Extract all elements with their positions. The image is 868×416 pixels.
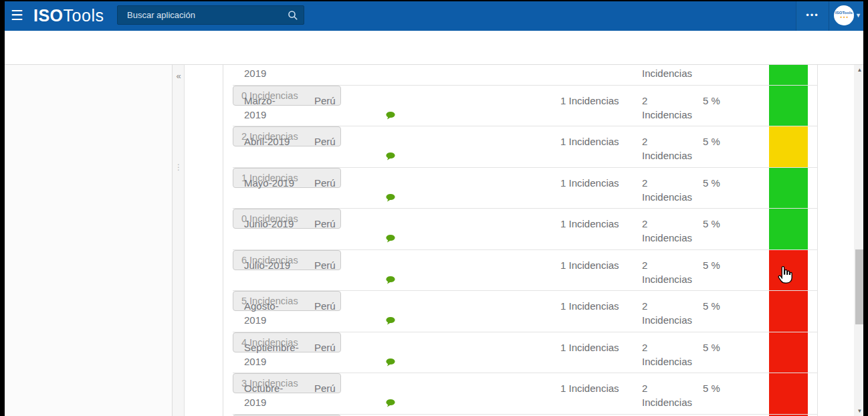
month-cell: Marzo- 2019 [244,94,306,122]
percent-cell: 5 % [703,176,720,190]
app-search-input[interactable] [118,6,304,24]
country-cell: Perú [314,258,336,272]
country-cell: Perú [314,176,336,190]
overflow-menu-icon[interactable]: ••• [796,0,829,31]
target-cell: 2 Incidencias [642,217,699,245]
registered-cell: 1 Incidencias [560,134,619,148]
content-left-border [223,65,223,416]
user-menu-caret-icon[interactable]: ▼ [855,0,861,31]
month-cell: Junio-2019 [244,217,306,231]
target-cell: 2 Incidencias [642,299,699,327]
country-cell: Perú [314,134,336,148]
status-cell[interactable] [769,168,808,209]
country-cell: Perú [314,299,336,313]
comment-icon[interactable] [385,260,396,288]
registered-cell: 1 Incidencias [560,258,619,272]
table-row: Abril-2019 Perú 1 Incidencias 2 Incidenc… [233,126,817,168]
status-cell[interactable] [769,291,808,332]
registered-cell: 1 Incidencias [560,176,619,190]
country-cell: Perú [314,217,336,231]
table-row: Mayo-2019 Perú 1 Incidencias 2 Incidenci… [233,168,817,209]
month-cell: Agosto- 2019 [244,299,306,327]
logo-bold-part: ISO [33,6,64,25]
percent-cell: 5 % [703,299,720,313]
table-row: Septiembre- 2019 Perú 1 Incidencias 2 In… [233,332,817,374]
table-row: Agosto- 2019 Perú 1 Incidencias 2 Incide… [233,291,817,332]
logo-light-part: Tools [64,6,104,25]
user-avatar[interactable]: ISOTools ● ● ● [834,5,854,25]
percent-cell: 5 % [703,381,720,395]
registered-cell: 1 Incidencias [560,94,619,108]
status-cell[interactable] [769,209,808,249]
comment-icon[interactable] [385,178,396,206]
app-window: ☰ ISOTools ••• ISOTools ● ● ● ▼ Gestión … [0,0,868,416]
status-cell[interactable] [769,332,808,373]
percent-cell: 5 % [703,258,720,272]
country-cell: Perú [314,340,336,354]
status-cell[interactable] [769,86,808,126]
screen-edge [0,0,5,416]
target-cell: 2 Incidencias [642,340,699,369]
month-cell: Octubre- 2019 [244,381,306,409]
comment-icon[interactable] [385,96,396,124]
percent-cell: 5 % [703,94,720,108]
screen-edge [863,0,868,416]
status-cell[interactable] [769,373,808,414]
table-row: Octubre- 2019 Perú 1 Incidencias 2 Incid… [233,373,817,415]
comment-icon[interactable] [385,383,396,411]
table-row: 2019 Incidencias [233,65,817,86]
month-cell: 2019 [244,65,306,80]
top-navigation-bar: ☰ ISOTools ••• ISOTools ● ● ● ▼ [0,0,868,31]
table-row: Julio-2019 Perú 1 Incidencias 2 Incidenc… [233,250,817,292]
search-icon[interactable] [288,10,298,23]
month-cell: Abril-2019 [244,134,306,148]
target-cell: 2 Incidencias [642,381,699,409]
registered-cell: 1 Incidencias [560,299,619,313]
table-row: Junio-2019 Perú 1 Incidencias 2 Incidenc… [233,209,817,250]
breadcrumb-bar [0,31,868,65]
country-cell: Perú [314,94,336,108]
status-cell[interactable] [769,126,808,167]
percent-cell: 5 % [703,217,720,231]
target-cell: 2 Incidencias [642,94,699,122]
avatar-dots: ● ● ● [834,15,854,19]
indicator-rows: 2019 Incidencias Marzo- 2019 Perú 1 Inci… [233,65,817,416]
month-cell: Mayo-2019 [244,176,306,190]
country-cell: Perú [314,381,336,395]
comment-icon[interactable] [385,301,396,329]
target-cell: Incidencias [642,65,699,80]
app-search-box [117,5,304,25]
splitter-drag-handle-icon[interactable]: ⋮ [173,163,185,172]
screen-edge [0,0,868,1]
target-cell: 2 Incidencias [642,258,699,286]
status-cell[interactable] [769,65,808,85]
table-right-border [817,65,818,416]
status-cell[interactable] [769,250,808,291]
percent-cell: 5 % [703,340,720,354]
panel-splitter[interactable] [173,65,185,416]
target-cell: 2 Incidencias [642,176,699,204]
comment-icon[interactable] [385,342,396,371]
comment-icon[interactable] [385,136,396,165]
isotools-logo: ISOTools [33,0,104,31]
comment-icon[interactable] [385,219,396,247]
month-cell: Julio-2019 [244,258,306,272]
hamburger-menu-icon[interactable]: ☰ [11,0,23,31]
sidebar [5,65,173,416]
registered-cell: 1 Incidencias [560,217,619,231]
collapse-sidebar-icon[interactable]: « [173,71,185,81]
registered-cell: 1 Incidencias [560,381,619,395]
table-row: Marzo- 2019 Perú 1 Incidencias 2 Inciden… [233,86,817,127]
registered-cell: 1 Incidencias [560,340,619,354]
percent-cell: 5 % [703,134,720,148]
target-cell: 2 Incidencias [642,134,699,163]
month-cell: Septiembre- 2019 [244,340,306,369]
